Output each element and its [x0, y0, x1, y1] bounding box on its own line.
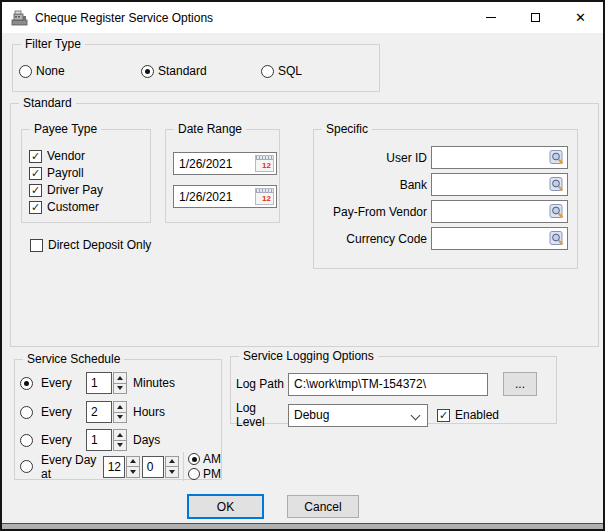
days-interval-input[interactable]: 1 [86, 429, 112, 451]
stepper-up-icon[interactable] [113, 401, 127, 413]
minutes-unit-label: Minutes [133, 376, 175, 390]
stepper-down-icon[interactable] [113, 384, 127, 395]
pay-from-vendor-field[interactable] [431, 200, 568, 223]
caption-buttons: ✕ [468, 2, 603, 33]
checkbox-customer-label: Customer [47, 200, 99, 214]
pay-from-vendor-label: Pay-From Vendor [314, 205, 427, 219]
radio-every-day-at[interactable] [20, 460, 33, 473]
calendar-icon[interactable]: 12 [255, 188, 274, 205]
log-level-select[interactable]: Debug [288, 404, 428, 427]
every-days-label: Every [41, 433, 77, 447]
log-level-value: Debug [294, 408, 329, 422]
date-from-value: 1/26/2021 [179, 157, 232, 171]
schedule-row-minutes: Every 1 Minutes [20, 372, 175, 394]
hour-input[interactable]: 12 [103, 456, 125, 478]
stepper-up-icon[interactable] [113, 429, 127, 441]
log-path-row: Log Path ... [236, 372, 537, 396]
radio-every-hours[interactable] [20, 406, 33, 419]
minimize-icon [486, 17, 496, 18]
date-range-group-label: Date Range [174, 122, 246, 136]
hours-stepper [113, 401, 127, 423]
currency-code-row: Currency Code [314, 227, 577, 250]
window-bottom-edge [2, 523, 603, 529]
date-to-input[interactable]: 1/26/2021 12 [173, 185, 277, 208]
stepper-down-icon[interactable] [126, 467, 140, 478]
checkbox-vendor[interactable]: ✓ Vendor [29, 149, 85, 163]
filter-radio-none[interactable]: None [19, 64, 65, 78]
stepper-down-icon[interactable] [113, 413, 127, 424]
stepper-up-icon[interactable] [126, 456, 140, 468]
maximize-button[interactable] [513, 2, 558, 33]
specific-group-label: Specific [322, 122, 372, 136]
bank-label: Bank [314, 178, 427, 192]
checkbox-customer[interactable]: ✓ Customer [29, 200, 99, 214]
cancel-button[interactable]: Cancel [287, 495, 359, 518]
calendar-icon[interactable]: 12 [255, 155, 274, 172]
filter-radio-sql[interactable]: SQL [261, 64, 302, 78]
minute-stepper [165, 456, 179, 478]
ok-button[interactable]: OK [187, 494, 264, 519]
lookup-icon[interactable] [549, 231, 565, 246]
hours-interval-input[interactable]: 2 [86, 401, 112, 423]
dialog-cheque-register-service-options: Cheque Register Service Options ✕ Filter… [0, 0, 605, 531]
pm-label: PM [203, 467, 221, 481]
chevron-down-icon [411, 410, 421, 420]
checkbox-icon: ✓ [29, 184, 42, 197]
standard-group: Standard Payee Type ✓ Vendor ✓ Payroll ✓… [10, 103, 599, 347]
checkbox-driver-pay[interactable]: ✓ Driver Pay [29, 183, 103, 197]
radio-icon [188, 468, 200, 480]
schedule-row-hours: Every 2 Hours [20, 401, 165, 423]
titlebar: Cheque Register Service Options ✕ [2, 2, 603, 33]
radio-every-days[interactable] [20, 434, 33, 447]
minutes-interval-input[interactable]: 1 [86, 372, 112, 394]
browse-button[interactable]: ... [503, 372, 537, 396]
close-button[interactable]: ✕ [558, 2, 603, 33]
maximize-icon [531, 13, 540, 22]
stepper-down-icon[interactable] [165, 467, 179, 478]
checkbox-icon: ✓ [29, 167, 42, 180]
lookup-icon[interactable] [549, 177, 565, 192]
checkbox-icon: ✓ [437, 409, 450, 422]
days-stepper [113, 429, 127, 451]
radio-icon [141, 65, 154, 78]
currency-code-field[interactable] [431, 227, 568, 250]
days-unit-label: Days [133, 433, 160, 447]
filter-radio-sql-label: SQL [278, 64, 302, 78]
direct-deposit-only-label: Direct Deposit Only [48, 238, 151, 252]
checkbox-direct-deposit-only[interactable]: Direct Deposit Only [30, 238, 151, 252]
lookup-icon[interactable] [549, 150, 565, 165]
payee-type-group: Payee Type ✓ Vendor ✓ Payroll ✓ Driver P… [21, 129, 151, 223]
checkbox-payroll[interactable]: ✓ Payroll [29, 166, 84, 180]
every-hours-label: Every [41, 405, 77, 419]
enabled-label: Enabled [455, 408, 499, 422]
standard-group-label: Standard [19, 96, 76, 110]
radio-every-minutes[interactable] [20, 377, 33, 390]
log-path-input[interactable] [288, 373, 488, 396]
stepper-down-icon[interactable] [113, 441, 127, 452]
checkbox-driver-pay-label: Driver Pay [47, 183, 103, 197]
filter-radio-standard[interactable]: Standard [141, 64, 207, 78]
lookup-icon[interactable] [549, 204, 565, 219]
stepper-up-icon[interactable] [113, 372, 127, 384]
schedule-row-days: Every 1 Days [20, 429, 160, 451]
checkbox-vendor-label: Vendor [47, 149, 85, 163]
minute-input[interactable]: 0 [142, 456, 164, 478]
radio-pm[interactable]: PM [188, 467, 221, 481]
user-id-field[interactable] [431, 146, 568, 169]
specific-group: Specific User ID Bank [313, 129, 578, 269]
radio-am[interactable]: AM [188, 452, 221, 466]
radio-icon [188, 453, 200, 465]
bank-field[interactable] [431, 173, 568, 196]
pay-from-vendor-row: Pay-From Vendor [314, 200, 577, 223]
date-range-group: Date Range 1/26/2021 12 1/26/2021 12 [165, 129, 280, 223]
cash-register-icon [11, 10, 28, 26]
minimize-button[interactable] [468, 2, 513, 33]
user-id-label: User ID [314, 151, 427, 165]
checkbox-enabled[interactable]: ✓ Enabled [437, 408, 499, 422]
currency-code-label: Currency Code [314, 232, 427, 246]
stepper-up-icon[interactable] [165, 456, 179, 468]
date-from-input[interactable]: 1/26/2021 12 [173, 152, 277, 175]
user-id-row: User ID [314, 146, 577, 169]
schedule-row-daily: Every Day at 12 0 AM PM [20, 452, 221, 481]
checkbox-icon [30, 239, 43, 252]
